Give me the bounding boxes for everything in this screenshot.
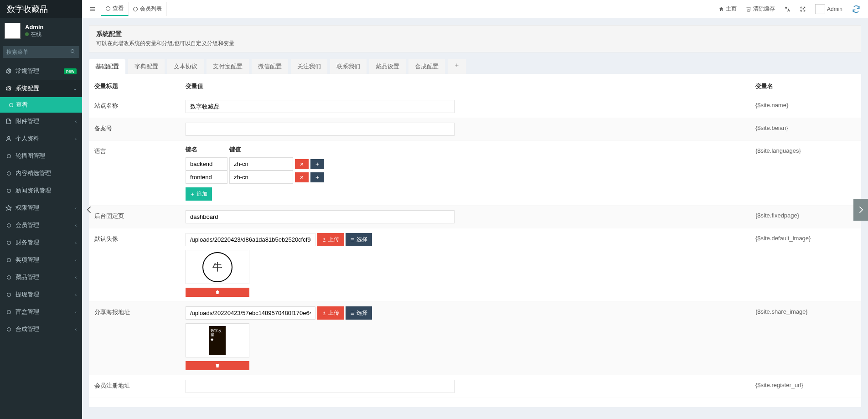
chevron-icon: ‹ — [75, 258, 77, 263]
user-menu[interactable]: Admin — [811, 4, 846, 14]
main: 查看会员列表 主页 清除缓存 Admin — [82, 0, 868, 419]
sidebar-item-2[interactable]: 附件管理‹ — [0, 113, 82, 130]
svg-point-4 — [8, 136, 10, 139]
sidebar-item-label: 藏品管理 — [16, 273, 39, 281]
config-tab-7[interactable]: 藏品设置 — [369, 59, 406, 74]
file-icon — [5, 118, 12, 124]
col-value: 变量值 — [186, 82, 755, 90]
upload-button-2[interactable]: 上传 — [317, 306, 344, 320]
svg-line-1 — [74, 52, 75, 54]
status-dot-icon — [25, 32, 29, 36]
config-tab-1[interactable]: 字典配置 — [128, 59, 165, 74]
chevron-icon: ‹ — [75, 223, 77, 228]
sidebar-item-3[interactable]: 个人资料‹ — [0, 130, 82, 147]
top-tab-0[interactable]: 查看 — [101, 2, 129, 16]
register-url-input[interactable] — [186, 380, 455, 393]
beian-input[interactable] — [186, 123, 455, 136]
config-tab-2[interactable]: 文本协议 — [167, 59, 204, 74]
sidebar-item-14[interactable]: 合成管理‹ — [0, 321, 82, 338]
search-icon[interactable] — [70, 49, 76, 54]
sidebar-item-12[interactable]: 提现管理‹ — [0, 286, 82, 303]
fixedpage-input[interactable] — [186, 210, 455, 223]
home-link[interactable]: 主页 — [715, 5, 740, 13]
chevron-icon: ⌄ — [73, 86, 77, 91]
row-languages: 语言 键名 键值 追加 — [89, 141, 861, 206]
config-tab-3[interactable]: 支付宝配置 — [207, 59, 249, 74]
insert-kv-button[interactable] — [310, 159, 324, 169]
sidebar-item-label: 轮播图管理 — [16, 152, 45, 160]
kv-key-input[interactable] — [186, 157, 227, 171]
submenu-item-0[interactable]: 查看 — [0, 97, 82, 113]
circ-icon — [5, 153, 12, 160]
sidebar-item-label: 会员管理 — [16, 221, 39, 229]
default-image-preview: 牛 — [186, 250, 249, 284]
top-tab-1[interactable]: 会员列表 — [129, 2, 167, 16]
language-icon[interactable] — [780, 6, 794, 12]
sidebar-item-10[interactable]: 奖项管理‹ — [0, 251, 82, 269]
sidebar-item-label: 合成管理 — [16, 325, 39, 333]
chevron-icon: ‹ — [75, 327, 77, 332]
new-badge: new — [64, 68, 77, 74]
prev-arrow[interactable] — [82, 199, 97, 221]
choose-button[interactable]: 选择 — [346, 233, 372, 246]
user-icon — [5, 135, 12, 142]
circle-icon — [9, 103, 13, 107]
chevron-icon: ‹ — [75, 240, 77, 245]
sidebar-item-9[interactable]: 财务管理‹ — [0, 234, 82, 251]
sidebar-item-4[interactable]: 轮播图管理 — [0, 147, 82, 165]
col-title: 变量标题 — [94, 82, 186, 90]
fullscreen-icon[interactable] — [796, 6, 810, 12]
config-tab-6[interactable]: 联系我们 — [330, 59, 367, 74]
clear-cache-link[interactable]: 清除缓存 — [742, 5, 779, 13]
circle-icon — [106, 6, 110, 11]
sidebar-item-11[interactable]: 藏品管理‹ — [0, 269, 82, 286]
kv-key-input[interactable] — [186, 171, 227, 184]
sidebar-item-5[interactable]: 内容精选管理 — [0, 165, 82, 182]
add-kv-button[interactable]: 追加 — [186, 187, 212, 201]
chevron-icon: ‹ — [75, 206, 77, 211]
choose-button-2[interactable]: 选择 — [346, 306, 372, 320]
star-icon — [5, 205, 12, 211]
search-input[interactable] — [3, 46, 79, 58]
sidebar-item-label: 附件管理 — [16, 117, 39, 125]
sidebar-item-1[interactable]: 系统配置⌄ — [0, 80, 82, 97]
share-image-input[interactable] — [186, 306, 315, 320]
poster-icon: 数字收藏◆ — [209, 326, 226, 355]
insert-kv-button[interactable] — [310, 172, 324, 182]
sidebar-item-7[interactable]: 权限管理‹ — [0, 199, 82, 217]
upload-button[interactable]: 上传 — [317, 233, 344, 246]
circ-icon — [5, 257, 12, 264]
delete-share-image-button[interactable] — [186, 361, 249, 370]
config-tabs: 基础配置字典配置文本协议支付宝配置微信配置关注我们联系我们藏品设置合成配置 — [89, 59, 861, 74]
sidebar-item-8[interactable]: 会员管理‹ — [0, 217, 82, 234]
sidebar-item-13[interactable]: 盲盒管理‹ — [0, 303, 82, 321]
user-name: Admin — [25, 24, 43, 31]
delete-default-image-button[interactable] — [186, 288, 249, 297]
sidebar-item-label: 权限管理 — [16, 204, 39, 212]
remove-kv-button[interactable] — [295, 172, 309, 182]
site-name-input[interactable] — [186, 100, 455, 113]
kv-value-input[interactable] — [229, 157, 293, 171]
row-beian: 备案号 {$site.beian} — [89, 118, 861, 141]
config-tab-8[interactable]: 合成配置 — [408, 59, 445, 74]
chevron-icon: ‹ — [75, 275, 77, 280]
sidebar-item-label: 内容精选管理 — [16, 169, 51, 177]
next-arrow[interactable] — [853, 199, 868, 221]
config-tab-0[interactable]: 基础配置 — [89, 59, 125, 74]
default-image-input[interactable] — [186, 233, 315, 246]
sidebar-item-0[interactable]: 常规管理new — [0, 62, 82, 80]
add-tab-button[interactable] — [448, 59, 466, 74]
config-tab-4[interactable]: 微信配置 — [252, 59, 288, 74]
row-register-url: 会员注册地址 {$site.register_url} — [89, 375, 861, 398]
user-status: 在线 — [25, 31, 43, 38]
sidebar-item-6[interactable]: 新闻资讯管理 — [0, 182, 82, 199]
sidebar-item-label: 常规管理 — [16, 67, 39, 75]
kv-value-input[interactable] — [229, 171, 293, 184]
sync-icon[interactable] — [848, 5, 864, 14]
cogs-icon — [5, 85, 12, 92]
sidebar-item-label: 系统配置 — [16, 84, 39, 93]
hamburger-icon[interactable] — [86, 4, 99, 14]
config-tab-5[interactable]: 关注我们 — [291, 59, 327, 74]
remove-kv-button[interactable] — [295, 159, 309, 169]
circ-icon — [5, 187, 12, 194]
